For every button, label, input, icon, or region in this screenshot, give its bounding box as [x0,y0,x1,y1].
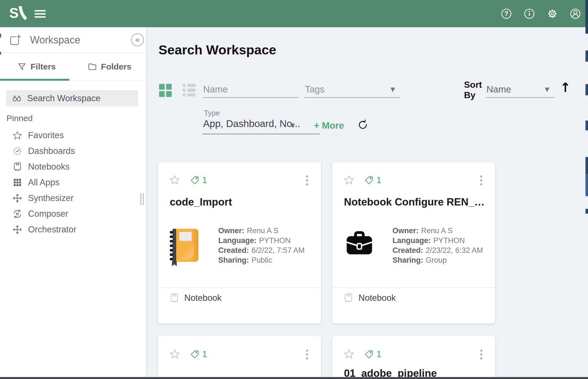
card-actions-row: 1 [158,348,321,361]
sidebar-item-notebooks[interactable]: Notebooks [0,159,146,175]
card-actions-row: 1 [332,174,495,187]
name-filter-input[interactable]: Name [203,84,228,95]
more-filters-button[interactable]: + More [314,120,344,131]
tags-filter-placeholder: Tags [305,84,325,94]
workspace-card-adobe-pipeline[interactable]: 1 01_adobe_pipeline [332,336,495,379]
sidebar-item-label: Orchestrator [28,225,76,235]
app-root: S ? [0,0,588,379]
detail-created: Created:2/23/22, 6:32 AM [392,246,483,255]
tag-icon [189,175,200,185]
sidebar-item-synthesizer[interactable]: Synthesizer [0,190,146,206]
svg-text:?: ? [504,10,508,17]
name-filter-underline [203,97,298,98]
tag-icon [364,175,374,185]
card-divider [158,287,321,288]
sidebar-item-dashboards[interactable]: Dashboards [0,143,146,159]
app-logo-text: S [9,5,19,21]
left-edge-window-sliver [0,34,1,38]
sidebar-item-all-apps[interactable]: All Apps [0,175,146,190]
star-icon [12,130,22,140]
collapse-sidebar-button[interactable]: « [131,33,144,46]
tags-filter-select[interactable]: Tags [305,84,325,95]
workspace-card-partial[interactable]: 1 [158,336,321,379]
sort-caret-down-icon[interactable]: ▼ [545,86,549,93]
sidebar-header: Workspace « [0,27,146,53]
converge-arrows-icon [12,193,22,203]
sidebar-item-label: Composer [28,209,68,219]
name-filter-placeholder: Name [203,84,228,94]
sidebar-item-label: Search Workspace [27,93,100,103]
tab-folders[interactable]: Folders [73,53,146,80]
tags-caret-down-icon[interactable]: ▼ [391,86,395,93]
tags-badge[interactable]: 1 [364,349,381,359]
favorite-star-icon[interactable] [343,174,355,187]
settings-icon[interactable] [546,8,558,20]
detail-sharing: Sharing:Group [392,255,483,265]
gauge-icon [12,146,22,156]
account-icon[interactable] [569,8,581,20]
folder-icon [88,62,97,71]
workspace-card-code-import[interactable]: 1 code_Import Owner:Renu A S Language:PY… [158,162,321,323]
sort-by-label: Sort By [464,80,485,100]
menu-icon[interactable] [35,10,46,18]
favorite-star-icon[interactable] [169,348,180,361]
card-details: Owner:Renu A S Language:PYTHON Created:2… [392,226,483,265]
top-app-bar: S ? [0,0,588,27]
list-view-button[interactable] [183,84,196,96]
bottom-edge-window-sliver [0,377,588,379]
book-icon [13,162,22,172]
tag-count: 1 [202,349,207,359]
card-menu-icon[interactable] [306,349,309,360]
card-menu-icon[interactable] [306,175,309,186]
sidebar-title: Workspace [30,34,80,46]
card-menu-icon[interactable] [480,175,483,186]
app-logo-swoosh [19,5,27,21]
card-actions-row: 1 [158,174,321,187]
left-edge-window-sliver [0,52,1,55]
app-logo: S [9,5,27,21]
sidebar-item-orchestrator[interactable]: Orchestrator [0,222,146,237]
card-type-label: Notebook [184,293,222,303]
right-edge-window-sliver [585,0,588,379]
refresh-icon[interactable] [356,119,369,131]
card-details: Owner:Renu A S Language:PYTHON Created:6… [218,226,305,265]
new-workspace-icon[interactable] [9,34,22,47]
grid-view-button[interactable] [159,84,172,97]
main-content: Search Workspace Name Tags ▼ Sort By Nam… [147,27,588,379]
tag-count: 1 [376,175,381,185]
card-footer: Notebook [343,293,396,303]
tab-filters-label: Filters [31,62,56,71]
pinned-section-label: Pinned [6,114,146,123]
sidebar-item-composer[interactable]: Composer [0,206,146,222]
card-type-label: Notebook [359,293,396,303]
info-icon[interactable] [523,8,535,20]
tab-filters[interactable]: Filters [0,53,73,80]
topbar-icon-group: ? [500,8,581,20]
sidebar-nav: Favorites Dashboards Notebooks [0,128,146,237]
help-icon[interactable]: ? [500,8,512,20]
detail-language: Language:PYTHON [218,236,305,246]
sidebar-item-favorites[interactable]: Favorites [0,128,146,143]
sidebar-item-search-workspace[interactable]: Search Workspace [6,90,138,106]
tags-badge[interactable]: 1 [189,349,207,359]
apps-grid-icon [13,178,22,187]
workspace-card-notebook-configure[interactable]: 1 Notebook Configure REN_NB... Owner:Ren… [332,162,495,323]
detail-sharing: Sharing:Public [218,255,305,265]
detail-language: Language:PYTHON [392,236,483,246]
type-caret-down-icon[interactable]: ▼ [290,122,295,129]
type-filter-select[interactable]: App, Dashboard, No... [203,118,300,129]
tags-badge[interactable]: 1 [364,175,381,185]
type-filter-underline [203,134,320,134]
binoculars-icon [12,94,22,103]
sidebar-resize-handle[interactable] [140,193,144,205]
card-menu-icon[interactable] [480,349,483,360]
tags-badge[interactable]: 1 [189,175,207,185]
sort-ascending-button[interactable]: ↑ [560,80,571,95]
favorite-star-icon[interactable] [343,348,355,361]
sort-by-select[interactable]: Name [486,84,511,95]
active-tab-indicator [0,79,69,81]
sidebar-item-label: Notebooks [28,162,70,172]
briefcase-emoji-icon [344,228,375,265]
favorite-star-icon[interactable] [169,174,180,187]
card-footer: Notebook [169,293,222,303]
